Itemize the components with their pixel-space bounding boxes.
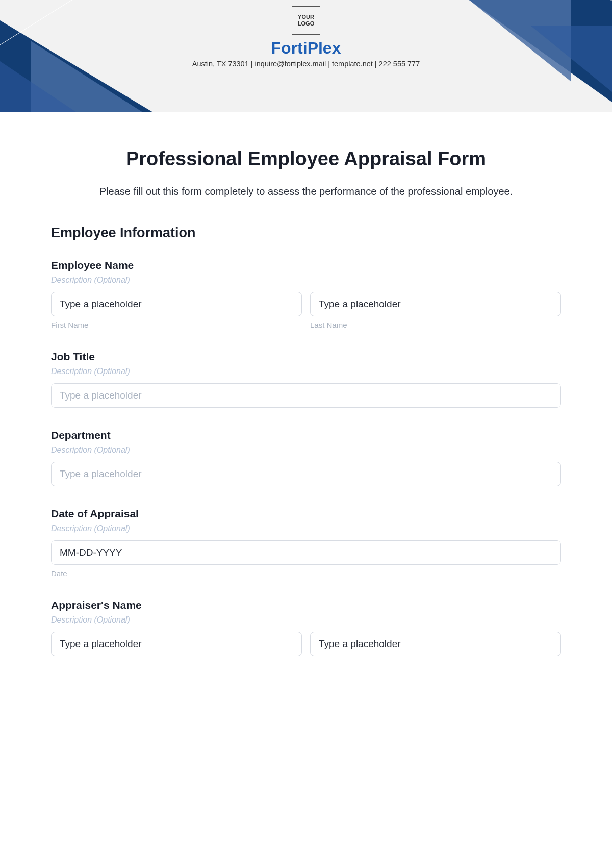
form-title: Professional Employee Appraisal Form bbox=[51, 148, 561, 170]
field-label: Appraiser's Name bbox=[51, 599, 561, 611]
appraiser-last-name-input[interactable] bbox=[310, 632, 561, 656]
last-name-sublabel: Last Name bbox=[310, 320, 561, 329]
field-employee-name: Employee Name Description (Optional) Fir… bbox=[51, 259, 561, 329]
field-label: Employee Name bbox=[51, 259, 561, 271]
field-description: Description (Optional) bbox=[51, 445, 561, 455]
last-name-input[interactable] bbox=[310, 292, 561, 316]
field-job-title: Job Title Description (Optional) bbox=[51, 351, 561, 408]
company-info: Austin, TX 73301 | inquire@fortiplex.mai… bbox=[0, 60, 612, 68]
section-employee-info: Employee Information bbox=[51, 225, 561, 241]
first-name-input[interactable] bbox=[51, 292, 302, 316]
logo-placeholder: YOUR LOGO bbox=[292, 6, 320, 35]
field-label: Date of Appraisal bbox=[51, 508, 561, 520]
decor-triangle bbox=[0, 61, 76, 112]
appraiser-first-name-input[interactable] bbox=[51, 632, 302, 656]
field-department: Department Description (Optional) bbox=[51, 429, 561, 486]
header-banner: YOUR LOGO FortiPlex Austin, TX 73301 | i… bbox=[0, 0, 612, 112]
field-description: Description (Optional) bbox=[51, 276, 561, 285]
form-content: Professional Employee Appraisal Form Ple… bbox=[0, 112, 612, 656]
decor-triangle bbox=[530, 26, 612, 92]
company-name: FortiPlex bbox=[0, 39, 612, 58]
field-description: Description (Optional) bbox=[51, 367, 561, 376]
field-description: Description (Optional) bbox=[51, 615, 561, 625]
date-sublabel: Date bbox=[51, 569, 561, 578]
field-label: Department bbox=[51, 429, 561, 441]
date-appraisal-input[interactable] bbox=[51, 540, 561, 565]
job-title-input[interactable] bbox=[51, 383, 561, 408]
first-name-sublabel: First Name bbox=[51, 320, 302, 329]
field-date-appraisal: Date of Appraisal Description (Optional)… bbox=[51, 508, 561, 578]
field-label: Job Title bbox=[51, 351, 561, 363]
field-appraiser-name: Appraiser's Name Description (Optional) bbox=[51, 599, 561, 656]
department-input[interactable] bbox=[51, 462, 561, 486]
form-subtitle: Please fill out this form completely to … bbox=[51, 183, 561, 200]
field-description: Description (Optional) bbox=[51, 524, 561, 533]
